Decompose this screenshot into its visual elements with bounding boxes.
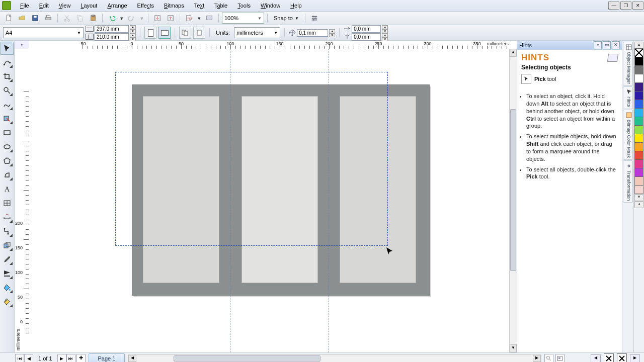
swatch[interactable] bbox=[634, 65, 643, 74]
docker-tab-transformation[interactable]: Transformation bbox=[623, 160, 633, 203]
ellipse-tool[interactable] bbox=[1, 140, 14, 153]
export-button[interactable] bbox=[165, 12, 177, 24]
dimension-tool[interactable] bbox=[1, 211, 14, 224]
menu-file[interactable]: File bbox=[15, 1, 34, 10]
redo-button[interactable] bbox=[126, 12, 138, 24]
redo-dropdown[interactable]: ▾ bbox=[139, 12, 145, 24]
paper-size-combo[interactable]: A4▼ bbox=[3, 27, 84, 38]
menu-view[interactable]: View bbox=[54, 1, 76, 10]
swatch[interactable] bbox=[634, 185, 643, 194]
vscroll-down[interactable]: ▼ bbox=[510, 344, 517, 352]
app-launcher-button[interactable] bbox=[203, 12, 215, 24]
swatch[interactable] bbox=[634, 91, 643, 100]
horizontal-scrollbar[interactable]: ◀ ▶ bbox=[128, 354, 541, 362]
palette-up[interactable]: ▲ bbox=[634, 42, 643, 49]
swatch[interactable] bbox=[634, 176, 643, 186]
page-height-field[interactable]: 210,0 mm bbox=[95, 33, 129, 41]
undo-button[interactable] bbox=[106, 12, 118, 24]
menu-bitmaps[interactable]: Bitmaps bbox=[159, 1, 189, 10]
crop-tool[interactable] bbox=[1, 70, 14, 83]
new-button[interactable] bbox=[3, 12, 15, 24]
save-button[interactable] bbox=[29, 12, 41, 24]
zoom-combo[interactable]: 100%▼ bbox=[222, 13, 264, 24]
paste-button[interactable] bbox=[87, 12, 99, 24]
mdi-restore[interactable]: ❐ bbox=[620, 2, 631, 10]
dup-y-spinner[interactable]: ▲▼ bbox=[382, 33, 388, 41]
vertical-scrollbar[interactable]: ▲ ▼ bbox=[509, 49, 517, 352]
basic-shapes-tool[interactable] bbox=[1, 168, 14, 182]
swatch[interactable] bbox=[634, 82, 643, 92]
undo-dropdown[interactable]: ▾ bbox=[119, 12, 125, 24]
hints-book-icon[interactable] bbox=[607, 54, 618, 62]
outline-tool[interactable] bbox=[1, 267, 14, 280]
publish-dropdown[interactable]: ▾ bbox=[196, 12, 202, 24]
menu-text[interactable]: Text bbox=[189, 1, 209, 10]
docker-tab-hints[interactable]: Hints bbox=[623, 86, 633, 109]
swatch[interactable] bbox=[634, 125, 643, 134]
menu-arrange[interactable]: Arrange bbox=[102, 1, 132, 10]
all-pages-button[interactable] bbox=[179, 27, 191, 39]
swatch[interactable] bbox=[634, 168, 643, 177]
current-page-button[interactable] bbox=[193, 27, 205, 39]
palette-flyout[interactable]: ◂ bbox=[634, 201, 643, 208]
publish-pdf-button[interactable]: PDF bbox=[183, 12, 195, 24]
options-button[interactable] bbox=[308, 12, 320, 24]
swatch-none[interactable] bbox=[634, 48, 643, 57]
docker-close[interactable]: ✕ bbox=[612, 41, 620, 49]
vscroll-thumb[interactable] bbox=[510, 109, 516, 271]
width-spinner[interactable]: ▲▼ bbox=[130, 25, 136, 33]
vscroll-up[interactable]: ▲ bbox=[510, 49, 517, 57]
hscroll-thumb[interactable] bbox=[174, 355, 320, 361]
page-width-field[interactable]: 297,0 mm bbox=[95, 25, 129, 33]
dup-x-spinner[interactable]: ▲▼ bbox=[382, 25, 388, 33]
zoom-to-page-button[interactable] bbox=[544, 354, 553, 362]
dup-x-field[interactable]: 0,0 mm bbox=[352, 25, 381, 33]
swatch[interactable] bbox=[634, 100, 643, 109]
swatch[interactable] bbox=[634, 117, 643, 126]
menu-help[interactable]: Help bbox=[285, 1, 307, 10]
connector-tool[interactable] bbox=[1, 225, 14, 238]
import-button[interactable] bbox=[151, 12, 164, 24]
rectangle-tool[interactable] bbox=[1, 126, 14, 139]
last-page-button[interactable]: ⏭ bbox=[66, 354, 75, 362]
menu-edit[interactable]: Edit bbox=[34, 1, 54, 10]
horizontal-ruler[interactable]: millimeters -50050100150200250300350 bbox=[29, 41, 510, 49]
page-tab-1[interactable]: Page 1 bbox=[89, 353, 125, 362]
drawing-page[interactable] bbox=[29, 49, 510, 352]
status-prev[interactable]: ◀ bbox=[591, 354, 601, 362]
dup-y-field[interactable]: 0,0 mm bbox=[352, 33, 381, 41]
open-button[interactable] bbox=[16, 12, 28, 24]
swatch[interactable] bbox=[634, 151, 643, 160]
units-combo[interactable]: millimeters▼ bbox=[234, 27, 280, 38]
swatch[interactable] bbox=[634, 74, 643, 83]
swatch[interactable] bbox=[634, 57, 643, 66]
cut-button[interactable] bbox=[61, 12, 73, 24]
next-page-button[interactable]: ▶ bbox=[57, 354, 66, 362]
fill-tool[interactable] bbox=[1, 281, 14, 294]
menu-window[interactable]: Window bbox=[256, 1, 285, 10]
shape-tool[interactable] bbox=[1, 56, 14, 69]
table-tool[interactable] bbox=[1, 197, 14, 210]
hscroll-left[interactable]: ◀ bbox=[128, 355, 136, 362]
nudge-spinner[interactable]: ▲▼ bbox=[329, 29, 335, 37]
freehand-tool[interactable] bbox=[1, 98, 14, 111]
height-spinner[interactable]: ▲▼ bbox=[130, 33, 136, 41]
landscape-button[interactable] bbox=[158, 27, 171, 39]
swatch[interactable] bbox=[634, 159, 643, 168]
menu-table[interactable]: Table bbox=[209, 1, 232, 10]
palette-down[interactable]: ▼ bbox=[634, 194, 643, 201]
snap-to[interactable]: Snap to▼ bbox=[271, 15, 302, 21]
smart-fill-tool[interactable] bbox=[1, 112, 14, 125]
ruler-origin[interactable]: ✦ bbox=[15, 41, 29, 49]
docker-tab-bitmap-color-mask[interactable]: Bitmap Color Mask bbox=[623, 110, 633, 160]
docker-menu[interactable]: ▭ bbox=[603, 41, 611, 49]
swatch[interactable] bbox=[634, 142, 643, 151]
navigator-button[interactable] bbox=[555, 354, 565, 362]
print-button[interactable] bbox=[42, 12, 54, 24]
first-page-button[interactable]: ⏮ bbox=[15, 354, 24, 362]
interactive-fill-tool[interactable] bbox=[1, 295, 14, 308]
add-page-button[interactable]: ✚ bbox=[76, 354, 86, 362]
mdi-minimize[interactable]: — bbox=[608, 2, 619, 10]
vertical-ruler[interactable]: 200150100500 millimeters bbox=[15, 49, 29, 352]
menu-tools[interactable]: Tools bbox=[232, 1, 256, 10]
